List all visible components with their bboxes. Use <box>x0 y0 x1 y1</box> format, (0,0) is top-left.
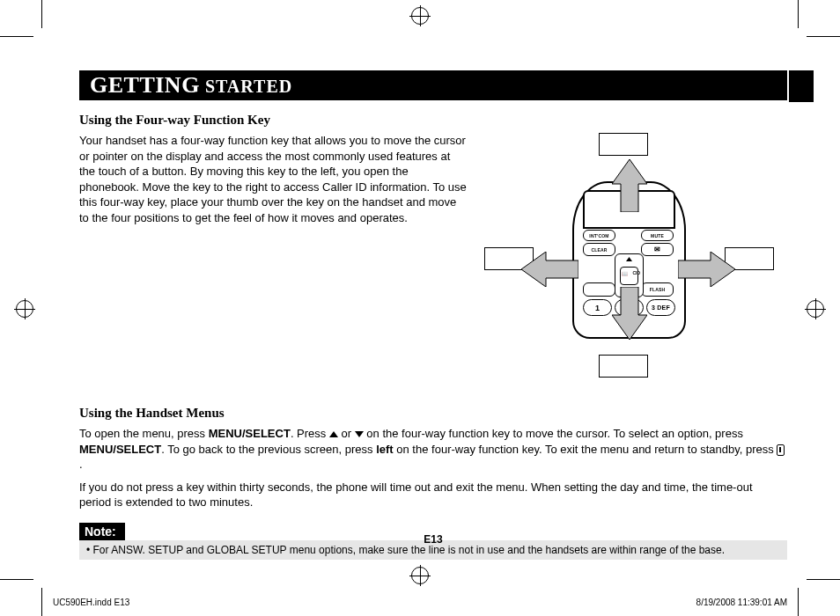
registration-mark-icon <box>411 567 429 584</box>
title-word-2: STARTED <box>200 77 292 96</box>
phone-drawing: INT'COM MUTE CLEAR ✉ FLASH 1 3 DEF 📖 CID <box>546 181 709 340</box>
menu-select-label: MENU/SELECT <box>79 443 161 456</box>
up-triangle-icon <box>329 431 338 437</box>
svg-marker-0 <box>626 257 632 261</box>
footer-date: 8/19/2008 11:39:01 AM <box>696 598 787 607</box>
crop-mark <box>807 36 840 37</box>
key-intcom: INT'COM <box>583 230 615 241</box>
crop-mark <box>798 588 799 616</box>
key-clear: CLEAR <box>583 243 615 256</box>
section-2-p2: If you do not press a key within thirty … <box>79 480 787 510</box>
crop-mark <box>0 36 33 37</box>
svg-marker-2 <box>612 159 647 212</box>
section-2-body: To open the menu, press MENU/SELECT. Pre… <box>79 426 787 510</box>
left-word: left <box>376 443 394 456</box>
section-heading-1: Using the Four-way Function Key <box>79 113 787 128</box>
key-mail: ✉ <box>641 243 674 256</box>
key-mute: MUTE <box>641 230 674 241</box>
section-tab <box>789 70 814 102</box>
down-triangle-icon <box>355 431 364 437</box>
handset-illustration: INT'COM MUTE CLEAR ✉ FLASH 1 3 DEF 📖 CID <box>484 133 787 379</box>
svg-marker-5 <box>678 252 735 287</box>
key-menu-select <box>583 282 615 297</box>
registration-mark-icon <box>807 300 824 318</box>
svg-marker-3 <box>612 287 647 340</box>
registration-mark-icon <box>411 7 429 25</box>
page-number: E13 <box>79 533 787 546</box>
crop-mark <box>807 579 840 580</box>
section-1-body: Your handset has a four-way function key… <box>79 133 467 379</box>
key-3: 3 DEF <box>646 299 675 316</box>
callout-box-down <box>599 355 648 378</box>
title-word-1: GETTING <box>90 72 200 98</box>
arrow-down-icon <box>612 287 647 340</box>
menu-select-label: MENU/SELECT <box>209 427 291 440</box>
end-key-icon <box>777 444 785 456</box>
arrow-up-icon <box>612 159 647 212</box>
footer-file: UC590EH.indd E13 <box>53 598 129 607</box>
svg-marker-4 <box>521 252 578 287</box>
cid-label: CID <box>632 270 640 275</box>
crop-mark <box>0 579 33 580</box>
key-1: 1 <box>583 299 612 316</box>
arrow-left-icon <box>521 252 578 287</box>
registration-mark-icon <box>16 300 33 318</box>
arrow-right-icon <box>678 252 735 287</box>
page-title: GETTING STARTED <box>79 70 787 100</box>
print-footer: UC590EH.indd E13 8/19/2008 11:39:01 AM <box>53 598 787 607</box>
crop-mark <box>798 0 799 28</box>
crop-mark <box>41 0 42 28</box>
crop-mark <box>41 588 42 616</box>
page-content: GETTING STARTED Using the Four-way Funct… <box>79 70 787 563</box>
callout-box-up <box>599 133 648 156</box>
section-heading-2: Using the Handset Menus <box>79 406 787 421</box>
